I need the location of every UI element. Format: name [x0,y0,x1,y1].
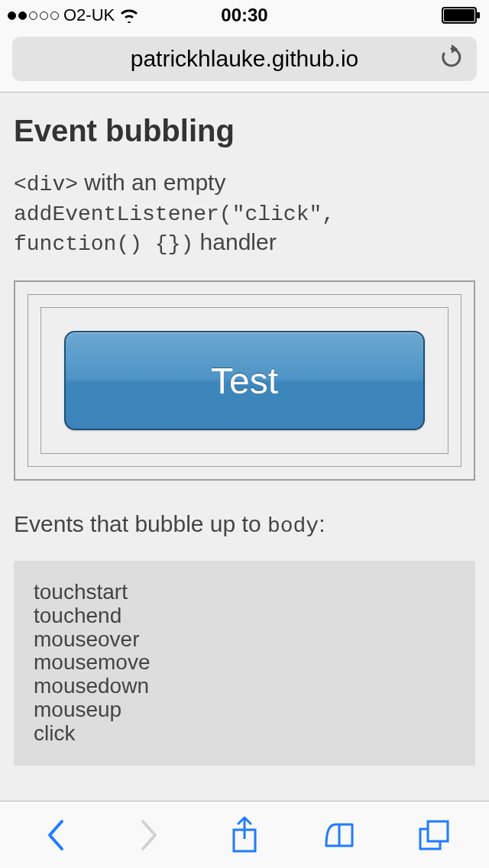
code-snippet: body [267,514,319,538]
svg-rect-1 [444,9,474,21]
desc-text: with an empty [78,170,225,195]
code-snippet: <div> [14,173,78,196]
desc-text: handler [193,229,276,254]
browser-toolbar [0,801,489,868]
browser-chrome-top: patrickhlauke.github.io [0,31,489,92]
event-item: mousedown [34,675,455,698]
clock: 00:30 [221,5,267,26]
page-description: <div> with an empty addEventListener("cl… [14,168,475,257]
events-output: touchstart touchend mouseover mousemove … [14,561,475,766]
status-bar: O2-UK 00:30 [0,0,489,31]
carrier-label: O2-UK [63,5,115,25]
event-item: mouseover [34,628,455,652]
wifi-icon [119,8,139,23]
back-button[interactable] [36,816,74,854]
tabs-button[interactable] [415,816,453,854]
event-item: touchend [34,604,455,628]
outer-div[interactable]: Test [14,280,475,481]
middle-div[interactable]: Test [28,294,461,467]
battery-icon [442,7,481,24]
inner-div[interactable]: Test [40,307,449,454]
events-label: Events that bubble up to body: [14,511,475,538]
url-text: patrickhlauke.github.io [131,46,359,72]
address-bar[interactable]: patrickhlauke.github.io [12,37,477,81]
code-snippet: addEventListener("click", function() {}) [14,202,335,256]
event-item: mousemove [34,651,455,675]
reload-icon[interactable] [440,44,463,73]
events-label-pre: Events that bubble up to [14,511,267,536]
bookmarks-button[interactable] [320,816,358,854]
svg-rect-6 [428,821,448,841]
events-label-post: : [319,511,325,536]
share-button[interactable] [225,816,264,854]
status-left: O2-UK [8,5,139,25]
forward-button[interactable] [131,816,169,854]
test-button[interactable]: Test [64,331,425,430]
signal-strength-icon [8,11,59,20]
svg-rect-2 [477,12,480,18]
event-item: click [34,722,455,746]
event-item: mouseup [34,698,455,722]
page-title: Event bubbling [14,114,475,148]
event-item: touchstart [34,581,455,604]
page-content: Event bubbling <div> with an empty addEv… [0,92,489,802]
